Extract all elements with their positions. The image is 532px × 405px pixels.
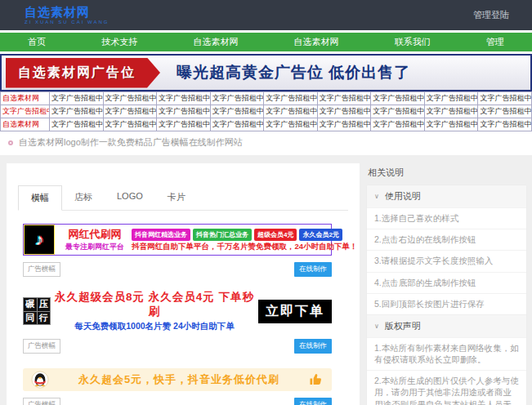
breadcrumb-icon bbox=[8, 140, 13, 145]
breadcrumb: 自选素材网logo制作一款免费精品广告横幅在线制作网站 bbox=[0, 131, 532, 155]
ad-banner-ribbon: 自选素材网广告位 bbox=[6, 58, 160, 88]
badge: 抖音热门汇总业务 bbox=[193, 229, 252, 241]
text-ad-cell[interactable]: 文字广告招租中 bbox=[50, 118, 104, 131]
text-ad-cell[interactable]: 文字广告招租中 bbox=[103, 118, 157, 131]
category-tabs: 横幅店标LOGO卡片 bbox=[18, 185, 348, 211]
tab[interactable]: 店标 bbox=[62, 185, 105, 211]
text-ad-cell[interactable]: 文字广告招租中 bbox=[210, 92, 264, 105]
make-online-button[interactable]: 在线制作 bbox=[294, 339, 332, 354]
text-ad-row-label[interactable]: 文字广告招租中 bbox=[1, 105, 50, 118]
badge: 永久会员2元 bbox=[299, 229, 342, 241]
text-ad-cell[interactable]: 文字广告招租中 bbox=[264, 118, 318, 131]
chevron-down-icon: ∨ bbox=[374, 193, 379, 200]
copyright-item: 2.本站所生成的图片仅供个人参考与使用，请勿用于其他非法用途或者商业用途否则后果… bbox=[367, 370, 526, 405]
main-panel: 横幅店标LOGO卡片 ♪ 网红代刷网 抖音网红精选业务抖音热门汇总业务超级会员4… bbox=[7, 163, 360, 405]
text-ad-cell[interactable]: 文字广告招租中 bbox=[371, 105, 425, 118]
text-ad-cell[interactable]: 文字广告招租中 bbox=[157, 118, 211, 131]
text-ad-cell[interactable]: 文字广告招租中 bbox=[157, 105, 211, 118]
tiktok-logo-icon: ♪ bbox=[24, 225, 55, 255]
text-ad-cell[interactable]: 文字广告招租中 bbox=[157, 92, 211, 105]
ad-type-label: 广告横幅 bbox=[23, 339, 60, 354]
banner1-title: 网红代刷网 bbox=[58, 227, 132, 242]
text-ad-cell[interactable]: 文字广告招租中 bbox=[371, 118, 425, 131]
badge: 抖音网红精选业务 bbox=[132, 229, 190, 241]
sidebar-title: 相关说明 bbox=[368, 167, 527, 179]
nav-item[interactable]: 首页 bbox=[21, 36, 52, 48]
top-ad-banner[interactable]: 自选素材网广告位 曝光超高黄金广告位 低价出售了 bbox=[0, 54, 532, 91]
usage-item: 4.点击底部的生成制作按钮 bbox=[367, 272, 526, 293]
ad-banner-headline: 曝光超高黄金广告位 低价出售了 bbox=[177, 62, 410, 83]
banner1-subtitle: 最专注刷网红平台 bbox=[58, 242, 132, 252]
text-ad-cell[interactable]: 文字广告招租中 bbox=[50, 92, 104, 105]
text-ad-cell[interactable]: 文字广告招租中 bbox=[424, 118, 478, 131]
text-ad-cell[interactable]: 文字广告招租中 bbox=[317, 92, 371, 105]
order-now-button[interactable]: 立即下单 bbox=[258, 300, 332, 323]
text-ad-cell[interactable]: 文字广告招租中 bbox=[103, 105, 157, 118]
text-ad-cell[interactable]: 文字广告招租中 bbox=[478, 105, 532, 118]
nav-item[interactable]: 自选素材网 bbox=[186, 36, 244, 48]
banner2-line2: 每天免费领取1000名片赞 24小时自助下单 bbox=[51, 321, 258, 332]
tab[interactable]: LOGO bbox=[105, 185, 155, 211]
text-ad-table: 自选素材网 文字广告招租中文字广告招租中文字广告招租中文字广告招租中文字广告招租… bbox=[0, 91, 532, 131]
section-usage-title: 使用说明 bbox=[385, 190, 421, 202]
text-ad-cell[interactable]: 文字广告招租中 bbox=[210, 105, 264, 118]
top-header: 自选素材网 ZI XUAN SU CAI WANG 管理登陆 bbox=[0, 0, 532, 30]
sidebar: 相关说明 ∨ 使用说明 1.选择自己喜欢的样式2.点击右边的在线制作按钮3.请根… bbox=[366, 163, 527, 405]
section-copyright-header[interactable]: ∨ 版权声明 bbox=[367, 314, 526, 337]
banner-item-douyin[interactable]: ♪ 网红代刷网 抖音网红精选业务抖音热门汇总业务超级会员4元永久会员2元 最专注… bbox=[23, 224, 332, 256]
make-online-button[interactable]: 在线制作 bbox=[294, 262, 332, 277]
section-usage-items: 1.选择自己喜欢的样式2.点击右边的在线制作按钮3.请根据提示文字长度按照输入4… bbox=[367, 207, 526, 314]
thumbs-up-icon bbox=[309, 372, 324, 387]
text-ad-cell[interactable]: 文字广告招租中 bbox=[264, 92, 318, 105]
main-nav: 首页技术支持自选素材网自选素材网联系我们管理 bbox=[0, 33, 532, 51]
text-ad-cell[interactable]: 文字广告招租中 bbox=[50, 105, 104, 118]
nav-item[interactable]: 管理 bbox=[480, 36, 511, 48]
nianya-logo-icon: 碾压同行 bbox=[23, 297, 51, 325]
text-ad-row-label[interactable]: 自选素材网 bbox=[1, 118, 50, 131]
page-title: 自选素材网logo制作一款免费精品广告横幅在线制作网站 bbox=[19, 136, 243, 149]
usage-item: 2.点击右边的在线制作按钮 bbox=[367, 229, 526, 250]
text-ad-cell[interactable]: 文字广告招租中 bbox=[103, 92, 157, 105]
section-usage-header[interactable]: ∨ 使用说明 bbox=[367, 185, 526, 207]
badge: 超级会员4元 bbox=[254, 229, 297, 241]
text-ad-row: 自选素材网 文字广告招租中文字广告招租中文字广告招租中文字广告招租中文字广告招租… bbox=[1, 92, 532, 105]
nav-item[interactable]: 自选素材网 bbox=[288, 36, 346, 48]
text-ad-cell[interactable]: 文字广告招租中 bbox=[371, 92, 425, 105]
usage-item: 5.回到顶部长按图片进行保存 bbox=[367, 293, 526, 314]
site-logo[interactable]: 自选素材网 ZI XUAN SU CAI WANG bbox=[25, 6, 109, 24]
banner1-tagline: 抖音网红自助下单平台，千万名片赞免费领取，24小时自助下单！ bbox=[132, 242, 358, 252]
banner3-text: 永久超会5元，快手，抖音业务低价代刷 bbox=[49, 372, 309, 387]
section-copyright-items: 1.本站所有制作素材来自网络收集，如有侵权请联系站长立即删除。2.本站所生成的图… bbox=[367, 337, 526, 405]
usage-item: 3.请根据提示文字长度按照输入 bbox=[367, 250, 526, 271]
text-ad-cell[interactable]: 文字广告招租中 bbox=[317, 105, 371, 118]
content-area: 横幅店标LOGO卡片 ♪ 网红代刷网 抖音网红精选业务抖音热门汇总业务超级会员4… bbox=[0, 155, 532, 405]
banner1-badges: 抖音网红精选业务抖音热门汇总业务超级会员4元永久会员2元 bbox=[132, 229, 358, 241]
text-ad-cell[interactable]: 文字广告招租中 bbox=[478, 118, 532, 131]
ad-type-label: 广告横幅 bbox=[23, 262, 60, 277]
sidebar-box: ∨ 使用说明 1.选择自己喜欢的样式2.点击右边的在线制作按钮3.请根据提示文字… bbox=[366, 185, 527, 405]
text-ad-row: 文字广告招租中 文字广告招租中文字广告招租中文字广告招租中文字广告招租中文字广告… bbox=[1, 105, 532, 118]
chevron-down-icon: ∨ bbox=[374, 323, 379, 330]
text-ad-cell[interactable]: 文字广告招租中 bbox=[424, 105, 478, 118]
text-ad-cell[interactable]: 文字广告招租中 bbox=[478, 92, 532, 105]
text-ad-row-label[interactable]: 自选素材网 bbox=[1, 92, 50, 105]
banner-item-kuaishou[interactable]: 永久超会5元，快手，抖音业务低价代刷 bbox=[23, 368, 332, 391]
usage-item: 1.选择自己喜欢的样式 bbox=[367, 207, 526, 229]
penguin-icon bbox=[31, 371, 49, 389]
section-copyright-title: 版权声明 bbox=[385, 320, 421, 332]
nav-item[interactable]: 联系我们 bbox=[388, 36, 437, 48]
admin-login-link[interactable]: 管理登陆 bbox=[473, 9, 509, 21]
make-online-button[interactable]: 在线制作 bbox=[294, 398, 332, 405]
tab[interactable]: 卡片 bbox=[155, 185, 198, 211]
banner-item-vip[interactable]: 碾压同行 永久超级会员8元 永久会员4元 下单秒刷 每天免费领取1000名片赞 … bbox=[23, 290, 332, 332]
text-ad-cell[interactable]: 文字广告招租中 bbox=[424, 92, 478, 105]
nav-item[interactable]: 技术支持 bbox=[95, 36, 144, 48]
copyright-item: 1.本站所有制作素材来自网络收集，如有侵权请联系站长立即删除。 bbox=[367, 337, 526, 370]
tab[interactable]: 横幅 bbox=[18, 185, 62, 211]
text-ad-cell[interactable]: 文字广告招租中 bbox=[264, 105, 318, 118]
text-ad-cell[interactable]: 文字广告招租中 bbox=[210, 118, 264, 131]
site-logo-title: 自选素材网 bbox=[25, 6, 109, 18]
site-logo-subtitle: ZI XUAN SU CAI WANG bbox=[25, 20, 109, 24]
text-ad-cell[interactable]: 文字广告招租中 bbox=[317, 118, 371, 131]
text-ad-row: 自选素材网 文字广告招租中文字广告招租中文字广告招租中文字广告招租中文字广告招租… bbox=[1, 118, 532, 131]
